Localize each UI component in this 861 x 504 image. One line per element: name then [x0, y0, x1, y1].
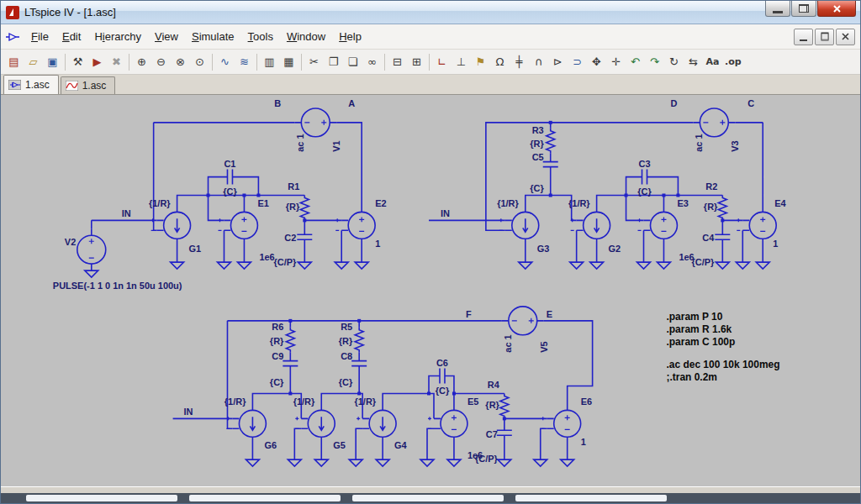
taskbar-button[interactable] — [352, 495, 504, 501]
tab-schematic[interactable]: 1.asc — [3, 75, 59, 94]
menu-simulate[interactable]: Simulate — [185, 26, 241, 47]
voltage-source-v2[interactable] — [77, 228, 106, 270]
g4-value-label: {1/R} — [355, 396, 377, 407]
c1-name-label: C1 — [224, 159, 235, 169]
cut-button[interactable]: ✂ — [304, 52, 324, 72]
c2-name-label: C2 — [284, 233, 296, 243]
print-button[interactable]: ⊟ — [388, 52, 407, 72]
taskbar — [1, 493, 860, 503]
error-log-button[interactable]: ▦ — [279, 52, 298, 72]
inductor-button[interactable]: ∩ — [529, 52, 548, 72]
junction-dot — [452, 391, 456, 395]
net-label-f: F — [466, 309, 472, 319]
resistor-r6[interactable] — [286, 328, 294, 353]
capacitor-c2[interactable] — [297, 234, 312, 239]
schematic-canvas[interactable]: B A ac 1 V1 C1 {C} {1/R} G1 E1 1e6 R1 {R… — [1, 95, 860, 486]
capacitor-c6[interactable] — [440, 369, 445, 384]
c3-value-label: {C} — [637, 186, 652, 197]
spice-directive-button[interactable]: .op — [722, 52, 744, 72]
ground-symbol — [716, 262, 729, 269]
drag-button[interactable]: ✛ — [606, 52, 626, 72]
capacitor-c4[interactable] — [715, 234, 730, 239]
move-button[interactable]: ✥ — [587, 52, 606, 72]
mdi-minimize-button[interactable] — [794, 29, 813, 45]
resistor-button[interactable]: Ω — [490, 52, 510, 72]
taskbar-button[interactable] — [515, 495, 667, 501]
zoom-area-button[interactable]: ⊕ — [132, 52, 151, 72]
voltage-source-v3[interactable] — [693, 108, 735, 137]
ground-symbol — [570, 262, 584, 269]
zoom-extents-button[interactable]: ⊗ — [171, 52, 190, 72]
net-label-c: C — [747, 98, 754, 108]
gsource-g1[interactable] — [151, 212, 191, 239]
menu-hierarchy[interactable]: Hierarchy — [87, 26, 148, 47]
taskbar-button[interactable] — [189, 495, 341, 501]
restore-button[interactable] — [791, 1, 816, 17]
zoom-full-button[interactable]: ⊙ — [190, 52, 209, 72]
mdi-minimize-icon — [800, 39, 807, 41]
save-button[interactable]: ▣ — [43, 52, 62, 72]
new-schematic-button[interactable]: ▤ — [4, 52, 24, 72]
resistor-r4[interactable] — [500, 393, 509, 418]
resistor-r3[interactable] — [547, 129, 555, 154]
mirror-button[interactable]: ⇆ — [684, 52, 703, 72]
draw-wire-button[interactable]: ∟ — [432, 52, 452, 72]
rotate-button[interactable]: ↻ — [664, 52, 684, 72]
net-label-a: A — [348, 98, 355, 108]
menu-edit[interactable]: Edit — [55, 26, 87, 47]
resistor-r5[interactable] — [355, 328, 363, 353]
paste-button[interactable]: ❏ — [343, 52, 362, 72]
minimize-button[interactable] — [765, 1, 790, 17]
open-file-button[interactable]: ▱ — [24, 52, 43, 72]
mdi-restore-button[interactable] — [815, 29, 834, 45]
component-button[interactable]: ⊃ — [568, 52, 587, 72]
capacitor-c7[interactable] — [497, 430, 512, 435]
capacitor-c8[interactable] — [351, 361, 367, 366]
text-button[interactable]: Aa — [703, 52, 722, 72]
taskbar-button[interactable] — [26, 495, 177, 501]
undo-button[interactable]: ↶ — [626, 52, 645, 72]
menu-window[interactable]: Window — [280, 26, 332, 47]
resistor-r2[interactable] — [718, 195, 726, 220]
plot-settings-button[interactable]: ≋ — [235, 52, 254, 72]
label-net-button[interactable]: ⚑ — [471, 52, 490, 72]
junction-dot — [288, 391, 292, 395]
halt-button[interactable]: ✖ — [107, 52, 126, 72]
ground-button[interactable]: ⊥ — [452, 52, 471, 72]
mdi-close-button[interactable] — [836, 29, 855, 45]
capacitor-button[interactable]: ╪ — [510, 52, 529, 72]
find-button[interactable]: ∞ — [362, 52, 382, 72]
capacitor-c1[interactable] — [227, 170, 232, 185]
zoom-back-icon: ⊖ — [156, 55, 166, 68]
g4-name-label: G4 — [394, 440, 408, 450]
capacitor-c5[interactable] — [543, 162, 558, 167]
r5-name-label: R5 — [341, 322, 352, 332]
zoom-back-button[interactable]: ⊖ — [151, 52, 171, 72]
c4-value-label: {C/P} — [692, 257, 716, 267]
control-panel-button[interactable]: ⚒ — [68, 52, 87, 72]
menu-help[interactable]: Help — [332, 26, 368, 47]
copy-button[interactable]: ❐ — [324, 52, 343, 72]
diode-button[interactable]: ⊳ — [548, 52, 568, 72]
autorange-y-button[interactable]: ∿ — [215, 52, 235, 72]
gsource-g6[interactable] — [226, 410, 266, 437]
gsource-g3[interactable] — [499, 212, 539, 239]
redo-button[interactable]: ↷ — [645, 52, 664, 72]
menu-tools[interactable]: Tools — [241, 26, 280, 47]
esource-e6[interactable] — [541, 410, 581, 437]
resistor-r1[interactable] — [300, 195, 309, 220]
menu-view[interactable]: View — [148, 26, 185, 47]
spice-directive-icon: .op — [725, 56, 742, 67]
print-preview-button[interactable]: ⊞ — [407, 52, 426, 72]
ground-symbol — [657, 262, 670, 269]
voltage-source-v1[interactable] — [294, 108, 336, 137]
capacitor-c3[interactable] — [642, 170, 647, 185]
tab-waveform[interactable]: 1.asc — [61, 76, 116, 94]
label-net-icon: ⚑ — [476, 55, 486, 68]
menu-file[interactable]: File — [24, 26, 55, 47]
voltage-source-v5[interactable] — [502, 307, 544, 335]
run-button[interactable]: ▶ — [87, 52, 107, 72]
capacitor-c9[interactable] — [283, 361, 298, 366]
close-button[interactable] — [817, 1, 856, 17]
spice-netlist-button[interactable]: ▥ — [260, 52, 279, 72]
